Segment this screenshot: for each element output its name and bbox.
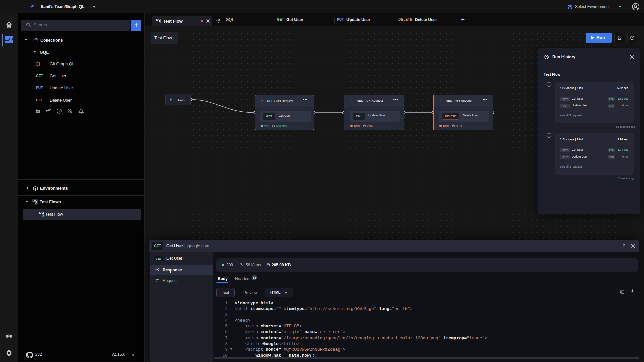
svg-text:!: ! xyxy=(549,83,550,86)
svg-text:!: ! xyxy=(549,134,550,137)
